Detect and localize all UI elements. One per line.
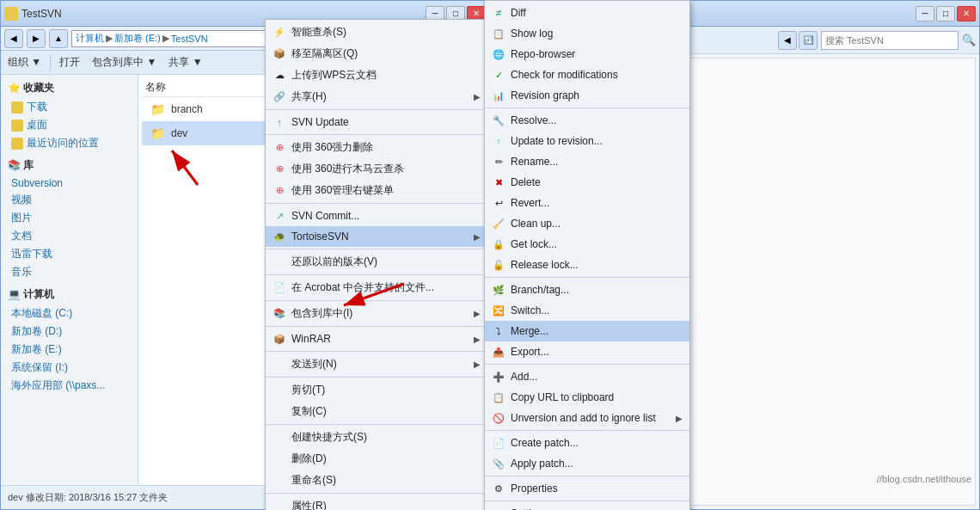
update-rev-icon: ↑ bbox=[492, 134, 505, 148]
menu-item-tortoise-svn[interactable]: 🐢 TortoiseSVN ▶ bbox=[266, 226, 487, 247]
favorites-header[interactable]: ⭐ 收藏夹 bbox=[1, 78, 138, 98]
menu-item-show-log[interactable]: 📋 Show log bbox=[485, 23, 689, 44]
organize-button[interactable]: 组织 ▼ bbox=[4, 53, 45, 71]
menu-item-send-to[interactable]: 发送到(N) ▶ bbox=[266, 353, 487, 375]
sidebar-item-i-drive[interactable]: 系统保留 (I:) bbox=[1, 359, 138, 377]
sidebar-item-download[interactable]: 下载 bbox=[1, 98, 138, 116]
menu-item-share[interactable]: 🔗 共享(H) ▶ bbox=[266, 86, 487, 108]
menu-item-apply-patch[interactable]: 📎 Apply patch... bbox=[485, 453, 689, 474]
svn-search-input[interactable] bbox=[821, 31, 959, 50]
menu-item-properties[interactable]: 属性(R) bbox=[266, 495, 487, 510]
library-header[interactable]: 📚 库 bbox=[1, 156, 138, 175]
sidebar-item-subversion[interactable]: Subversion bbox=[1, 175, 138, 191]
menu-item-get-lock[interactable]: 🔒 Get lock... bbox=[485, 234, 689, 255]
back-button[interactable]: ◀ bbox=[4, 29, 23, 48]
menu-label-export: Export... bbox=[511, 346, 549, 358]
menu-label-acrobat: 在 Acrobat 中合并支持的文件... bbox=[291, 280, 434, 295]
merge-icon: ⤵ bbox=[492, 324, 505, 338]
sidebar-item-pictures[interactable]: 图片 bbox=[1, 209, 138, 227]
menu-item-rename[interactable]: 重命名(S) bbox=[266, 470, 487, 491]
sidebar-item-documents[interactable]: 文档 bbox=[1, 227, 138, 245]
menu-item-delete[interactable]: 删除(D) bbox=[266, 448, 487, 470]
include-button[interactable]: 包含到库中 ▼ bbox=[89, 53, 160, 71]
menu-item-revision-graph[interactable]: 📊 Revision graph bbox=[485, 85, 689, 106]
sidebar-item-d-drive[interactable]: 新加卷 (D:) bbox=[1, 323, 138, 341]
menu-item-include-lib[interactable]: 📚 包含到库中(I) ▶ bbox=[266, 303, 487, 324]
menu-item-winrar[interactable]: 📦 WinRAR ▶ bbox=[266, 329, 487, 349]
menu-item-quarantine[interactable]: 📦 移至隔离区(Q) bbox=[266, 43, 487, 65]
repo-browser-icon: 🌐 bbox=[492, 47, 505, 61]
menu-item-branch-tag[interactable]: 🌿 Branch/tag... bbox=[485, 280, 689, 300]
forward-button[interactable]: ▶ bbox=[27, 29, 46, 48]
menu-item-create-shortcut[interactable]: 创建快捷方式(S) bbox=[266, 427, 487, 448]
cleanup-icon: 🧹 bbox=[492, 217, 505, 230]
sidebar-item-desktop[interactable]: 桌面 bbox=[1, 116, 138, 134]
menu-item-resolve[interactable]: 🔧 Resolve... bbox=[485, 110, 689, 131]
menu-item-svn-commit[interactable]: ↗ SVN Commit... bbox=[266, 206, 487, 226]
menu-item-diff[interactable]: ≠ Diff bbox=[485, 3, 689, 23]
path-drive-e[interactable]: 新加卷 (E:) bbox=[114, 32, 161, 45]
menu-item-add[interactable]: ➕ Add... bbox=[485, 366, 689, 387]
menu-item-copy-url[interactable]: 📋 Copy URL to clipboard bbox=[485, 387, 689, 408]
svn-maximize-button[interactable]: □ bbox=[936, 6, 955, 22]
menu-label-repo-browser: Repo-browser bbox=[511, 48, 575, 60]
menu-item-svn-update[interactable]: ↑ SVN Update bbox=[266, 112, 487, 132]
menu-item-properties2[interactable]: ⚙ Properties bbox=[485, 478, 689, 499]
menu-item-revert[interactable]: ↩ Revert... bbox=[485, 193, 689, 213]
cut-icon bbox=[273, 384, 286, 397]
revert-icon: ↩ bbox=[492, 196, 505, 210]
360-scan-icon: ⊕ bbox=[273, 163, 286, 176]
menu-label-update-revision: Update to revision... bbox=[511, 135, 603, 147]
menu-item-copy[interactable]: 复制(C) bbox=[266, 401, 487, 422]
share-arrow: ▶ bbox=[474, 92, 481, 101]
sidebar-item-c-drive[interactable]: 本地磁盘 (C:) bbox=[1, 304, 138, 323]
menu-item-360-scan[interactable]: ⊕ 使用 360进行木马云查杀 bbox=[266, 158, 487, 180]
sidebar-item-e-drive[interactable]: 新加卷 (E:) bbox=[1, 341, 138, 359]
menu-item-cut[interactable]: 剪切(T) bbox=[266, 379, 487, 401]
menu-item-update-revision[interactable]: ↑ Update to revision... bbox=[485, 131, 689, 151]
menu-item-settings[interactable]: ⚙ Settings bbox=[485, 503, 689, 510]
menu-item-acrobat[interactable]: 📄 在 Acrobat 中合并支持的文件... bbox=[266, 277, 487, 298]
menu-item-export[interactable]: 📤 Export... bbox=[485, 341, 689, 362]
svn-back-button[interactable]: ◀ bbox=[778, 31, 797, 50]
computer-header[interactable]: 💻 计算机 bbox=[1, 285, 138, 304]
open-button[interactable]: 打开 bbox=[56, 53, 83, 71]
menu-label-revision-graph: Revision graph bbox=[511, 89, 579, 101]
menu-item-repo-browser[interactable]: 🌐 Repo-browser bbox=[485, 44, 689, 65]
menu2-separator-3 bbox=[485, 364, 689, 365]
up-button[interactable]: ▲ bbox=[49, 29, 68, 48]
menu-item-rename2[interactable]: ✏ Rename... bbox=[485, 151, 689, 172]
menu-item-smart-scan[interactable]: ⚡ 智能查杀(S) bbox=[266, 22, 487, 43]
sidebar-item-network[interactable]: 海外应用部 (\\paxs... bbox=[1, 377, 138, 395]
svn-refresh-button[interactable]: 🔃 bbox=[799, 31, 818, 50]
menu-label-360-scan: 使用 360进行木马云查杀 bbox=[291, 162, 404, 176]
path-testsvn[interactable]: TestSVN bbox=[171, 34, 208, 44]
menu2-separator-6 bbox=[485, 501, 689, 501]
menu-item-wps-upload[interactable]: ☁ 上传到WPS云文档 bbox=[266, 65, 487, 86]
menu-item-check-modifications[interactable]: ✓ Check for modifications bbox=[485, 65, 689, 85]
menu-item-360-delete[interactable]: ⊕ 使用 360强力删除 bbox=[266, 137, 487, 158]
path-computer[interactable]: 计算机 bbox=[76, 32, 104, 45]
menu-label-360-delete: 使用 360强力删除 bbox=[291, 140, 373, 155]
menu-item-unversion[interactable]: 🚫 Unversion and add to ignore list ▶ bbox=[485, 408, 689, 428]
menu-label-branch-tag: Branch/tag... bbox=[511, 284, 569, 296]
menu-item-delete2[interactable]: ✖ Delete bbox=[485, 172, 689, 193]
sidebar-item-recent[interactable]: 最近访问的位置 bbox=[1, 134, 138, 152]
menu-item-create-patch[interactable]: 📄 Create patch... bbox=[485, 433, 689, 453]
menu-item-switch[interactable]: 🔀 Switch... bbox=[485, 300, 689, 321]
sidebar-item-video[interactable]: 视频 bbox=[1, 191, 138, 209]
menu-item-360-manage[interactable]: ⊕ 使用 360管理右键菜单 bbox=[266, 180, 487, 201]
desktop-folder-icon bbox=[11, 120, 23, 132]
menu-item-merge[interactable]: ⤵ Merge... bbox=[485, 321, 689, 341]
svn-close-button[interactable]: ✕ bbox=[957, 6, 976, 22]
sidebar-item-music[interactable]: 音乐 bbox=[1, 263, 138, 281]
menu-item-release-lock[interactable]: 🔓 Release lock... bbox=[485, 255, 689, 275]
sidebar-item-xunlei[interactable]: 迅雷下载 bbox=[1, 245, 138, 263]
svn-update-icon: ↑ bbox=[273, 115, 286, 129]
get-lock-icon: 🔒 bbox=[492, 237, 505, 251]
svn-minimize-button[interactable]: ─ bbox=[916, 6, 934, 22]
menu-label-send-to: 发送到(N) bbox=[291, 357, 337, 372]
share-button[interactable]: 共享 ▼ bbox=[165, 53, 205, 71]
menu-item-cleanup[interactable]: 🧹 Clean up... bbox=[485, 213, 689, 234]
menu-item-restore-version[interactable]: 还原以前的版本(V) bbox=[266, 251, 487, 273]
